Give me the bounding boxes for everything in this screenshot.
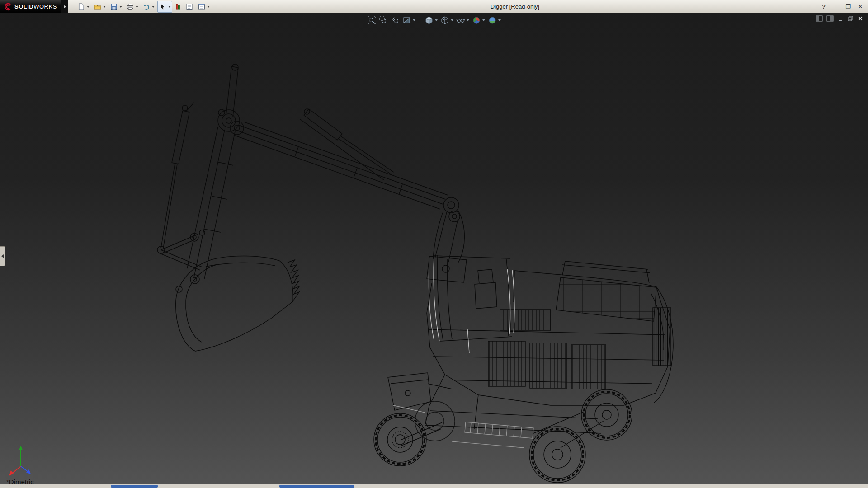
dropdown-arrow-icon[interactable]: [451, 19, 453, 21]
view-orientation-cube-icon: [425, 16, 434, 25]
zoom-to-fit-button[interactable]: [367, 15, 377, 25]
section-view-icon: [402, 16, 411, 25]
select-cursor-icon: [159, 3, 167, 11]
main-toolbar: [76, 1, 211, 13]
highlight-edges: [429, 256, 514, 353]
solidworks-logo-mark: [4, 2, 13, 11]
dropdown-arrow-icon[interactable]: [103, 6, 106, 8]
dropdown-arrow-icon[interactable]: [482, 19, 485, 21]
window-title: Digger [Read-only]: [491, 0, 539, 13]
zoom-to-area-button[interactable]: [378, 15, 388, 25]
edit-appearance-button[interactable]: [472, 15, 486, 25]
dropdown-arrow-icon[interactable]: [413, 19, 415, 21]
excavator-wireframe-model[interactable]: [0, 13, 868, 484]
view-orientation-button[interactable]: [424, 15, 438, 25]
dropdown-arrow-icon[interactable]: [467, 19, 469, 21]
dropdown-arrow-icon[interactable]: [498, 19, 501, 21]
document-properties-icon: [198, 3, 206, 11]
taskbar-segment[interactable]: [279, 485, 354, 488]
restore-button[interactable]: ❐: [844, 3, 852, 11]
section-view-button[interactable]: [402, 15, 416, 25]
brand-text: SOLIDWORKS: [14, 3, 57, 10]
wheel-rear-right: [581, 389, 632, 440]
apply-scene-icon: [488, 16, 497, 25]
edit-appearance-icon: [472, 16, 481, 25]
wheels: [374, 389, 632, 483]
dropdown-arrow-icon[interactable]: [136, 6, 138, 8]
tile-right-button[interactable]: [826, 15, 834, 22]
hide-show-items-button[interactable]: [456, 15, 470, 25]
options-sheet-button[interactable]: [184, 1, 195, 13]
solidworks-window: SOLIDWORKS: [0, 0, 868, 488]
hide-show-items-icon: [456, 16, 465, 25]
wheel-rear-left: [529, 427, 585, 483]
document-properties-button[interactable]: [196, 1, 211, 13]
previous-view-button[interactable]: [390, 15, 400, 25]
apply-scene-button[interactable]: [487, 15, 501, 25]
color-swatch-button[interactable]: [174, 1, 183, 13]
minimize-button[interactable]: —: [832, 3, 840, 11]
print-button[interactable]: [125, 1, 140, 13]
headsup-view-toolbar: [367, 15, 501, 25]
save-button[interactable]: [108, 1, 123, 13]
dropdown-arrow-icon[interactable]: [87, 6, 90, 8]
print-icon: [126, 3, 134, 11]
document-close-button[interactable]: [857, 15, 863, 22]
new-document-icon: [77, 3, 85, 11]
arrow-right-icon: [64, 5, 66, 9]
dropdown-arrow-icon[interactable]: [207, 6, 210, 8]
reference-triad[interactable]: [7, 442, 40, 477]
wheel-front-right: [415, 401, 455, 441]
close-button[interactable]: ✕: [856, 3, 864, 11]
window-controls: ? — ❐ ✕: [820, 0, 864, 13]
menu-expand-arrow[interactable]: [61, 0, 68, 13]
undo-button[interactable]: [141, 1, 156, 13]
options-sheet-icon: [185, 3, 193, 11]
open-button[interactable]: [92, 1, 107, 13]
tile-left-button[interactable]: [816, 15, 823, 22]
color-swatch-icon: [175, 3, 181, 11]
upper-body: [427, 255, 673, 405]
dropdown-arrow-icon[interactable]: [168, 6, 171, 8]
boom: [234, 122, 464, 263]
save-icon: [110, 3, 118, 11]
feature-panel-toggle[interactable]: [0, 246, 5, 266]
new-document-button[interactable]: [76, 1, 91, 13]
platform-steps: [393, 405, 533, 448]
display-style-icon: [440, 16, 449, 25]
zoom-to-fit-icon: [367, 16, 376, 25]
previous-view-icon: [391, 16, 400, 25]
titlebar: SOLIDWORKS: [0, 0, 868, 14]
document-restore-button[interactable]: [847, 15, 854, 22]
arrow-left-icon: [1, 254, 4, 258]
open-folder-icon: [94, 3, 102, 11]
bucket: [176, 256, 299, 351]
document-minimize-button[interactable]: [837, 15, 844, 22]
select-button[interactable]: [157, 1, 172, 13]
bucket-cylinder: [157, 103, 205, 270]
dropdown-arrow-icon[interactable]: [152, 6, 155, 8]
display-style-button[interactable]: [440, 15, 454, 25]
taskbar-segment[interactable]: [111, 485, 158, 488]
dropdown-arrow-icon[interactable]: [119, 6, 122, 8]
solidworks-logo: SOLIDWORKS: [0, 0, 61, 13]
help-button[interactable]: ?: [820, 3, 828, 11]
zoom-to-area-icon: [379, 16, 388, 25]
status-strip: [0, 484, 868, 488]
graphics-viewport[interactable]: *Dimetric: [0, 13, 868, 484]
document-window-controls: [816, 15, 863, 22]
dropdown-arrow-icon[interactable]: [435, 19, 438, 21]
wheel-front-left: [374, 413, 426, 466]
undo-icon: [142, 3, 151, 11]
stick-arm: [187, 64, 244, 279]
